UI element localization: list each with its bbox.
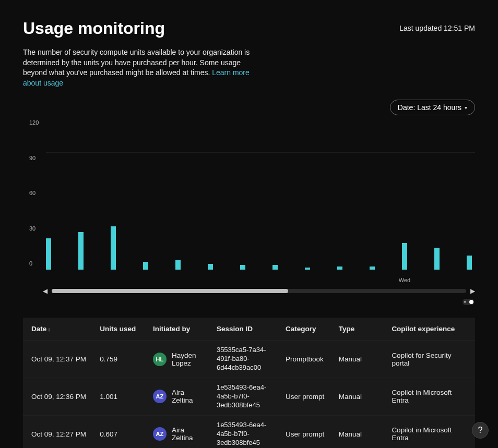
cell-session-id: 1e535493-6ea4-4a5b-b7f0-3edb308bfe45: [210, 415, 279, 448]
table-row[interactable]: Oct 09, 12:37 PM0.759HLHayden Lopez35535…: [23, 341, 475, 378]
table-row[interactable]: Oct 09, 12:36 PM1.001AZAira Zeltina1e535…: [23, 378, 475, 416]
cell-type: Manual: [333, 378, 386, 416]
y-axis-tick: 120: [29, 119, 39, 126]
usage-table: Date↓Units usedInitiated bySession IDCat…: [23, 318, 475, 448]
chart-scrollbar[interactable]: [52, 289, 466, 293]
date-filter-label: Date: Last 24 hours: [398, 103, 461, 112]
usage-bar[interactable]: [434, 248, 440, 270]
cell-category: Promptbook: [279, 341, 333, 378]
usage-bar[interactable]: [337, 267, 342, 270]
user-name: Aira Zeltina: [172, 426, 204, 442]
y-axis-tick: 0: [29, 260, 32, 267]
usage-bar[interactable]: [467, 256, 472, 270]
cell-initiated-by: AZAira Zeltina: [147, 378, 210, 416]
column-header[interactable]: Initiated by: [147, 318, 210, 341]
usage-bar[interactable]: [305, 268, 310, 270]
legend-toggle-icon[interactable]: [463, 299, 474, 305]
help-icon: ?: [478, 426, 483, 435]
cell-experience: Copilot for Security portal: [385, 341, 462, 378]
usage-bar[interactable]: [402, 243, 407, 270]
cell-date: Oct 09, 12:37 PM: [23, 341, 93, 378]
x-axis-label: Wed: [399, 277, 410, 283]
column-header[interactable]: Type: [333, 318, 386, 341]
chart-scrollbar-thumb[interactable]: [52, 289, 288, 293]
cell-date: Oct 09, 12:36 PM: [23, 378, 93, 416]
avatar: AZ: [153, 390, 167, 403]
cell-initiated-by: HLHayden Lopez: [147, 341, 210, 378]
user-name: Aira Zeltina: [172, 389, 204, 404]
table-row[interactable]: Oct 09, 12:27 PM0.607AZAira Zeltina1e535…: [23, 415, 475, 448]
column-header-overflow: [463, 318, 475, 341]
avatar: AZ: [153, 427, 167, 441]
y-axis-tick: 30: [29, 225, 35, 232]
usage-bar[interactable]: [111, 226, 116, 270]
sort-arrow-icon: ↓: [48, 326, 51, 332]
cell-units: 0.759: [93, 341, 147, 378]
scroll-right-icon[interactable]: ▶: [470, 287, 475, 295]
cell-experience: Copilot in Microsoft Entra: [385, 415, 462, 448]
cell-overflow: [463, 378, 475, 416]
cell-date: Oct 09, 12:27 PM: [23, 415, 93, 448]
column-header[interactable]: Copilot experience: [385, 318, 462, 341]
scroll-left-icon[interactable]: ◀: [43, 287, 48, 295]
user-name: Hayden Lopez: [172, 352, 204, 367]
usage-bar[interactable]: [143, 262, 148, 270]
cell-session-id: 1e535493-6ea4-4a5b-b7f0-3edb308bfe45: [210, 378, 279, 416]
usage-bar[interactable]: [240, 265, 245, 270]
cell-units: 0.607: [93, 415, 147, 448]
date-filter-dropdown[interactable]: Date: Last 24 hours ▾: [390, 100, 475, 115]
column-header[interactable]: Units used: [93, 318, 147, 341]
cell-experience: Copilot in Microsoft Entra: [385, 378, 462, 416]
help-button[interactable]: ?: [472, 422, 489, 439]
cell-overflow: [463, 341, 475, 378]
cell-category: User prompt: [279, 415, 333, 448]
usage-bar[interactable]: [46, 238, 51, 270]
page-title: Usage monitoring: [23, 19, 165, 38]
last-updated: Last updated 12:51 PM: [399, 24, 475, 32]
cell-type: Manual: [333, 341, 386, 378]
page-description: The number of security compute units ava…: [23, 47, 263, 88]
cell-units: 1.001: [93, 378, 147, 416]
usage-bar[interactable]: [272, 265, 278, 270]
usage-bar[interactable]: [370, 267, 375, 270]
chevron-down-icon: ▾: [465, 105, 467, 111]
y-axis-tick: 60: [29, 190, 35, 196]
y-axis-tick: 90: [29, 155, 35, 161]
column-header[interactable]: Session ID: [210, 318, 279, 341]
usage-bar[interactable]: [208, 264, 213, 270]
cell-category: User prompt: [279, 378, 333, 416]
column-header[interactable]: Category: [279, 318, 333, 341]
avatar: HL: [153, 353, 167, 366]
cell-type: Manual: [333, 415, 386, 448]
column-header[interactable]: Date↓: [23, 318, 93, 341]
usage-chart: 0306090120Wed ◀ ▶: [23, 129, 475, 305]
cell-session-id: 35535ca5-7a34-491f-ba80-6d44cb39ac00: [210, 341, 279, 378]
usage-bar[interactable]: [175, 260, 181, 270]
cell-initiated-by: AZAira Zeltina: [147, 415, 210, 448]
usage-bar[interactable]: [78, 232, 84, 270]
